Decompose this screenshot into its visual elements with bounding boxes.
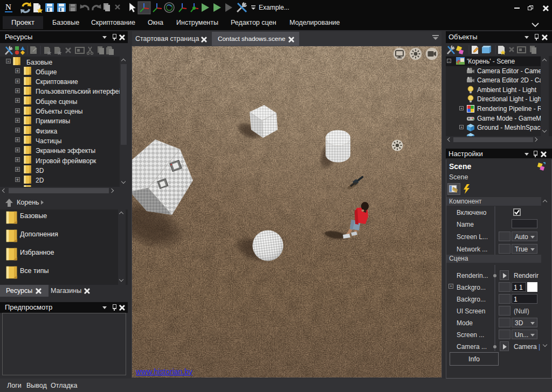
svg-text:www.historian.by: www.historian.by	[135, 367, 192, 376]
svg-text:N: N	[5, 3, 11, 11]
